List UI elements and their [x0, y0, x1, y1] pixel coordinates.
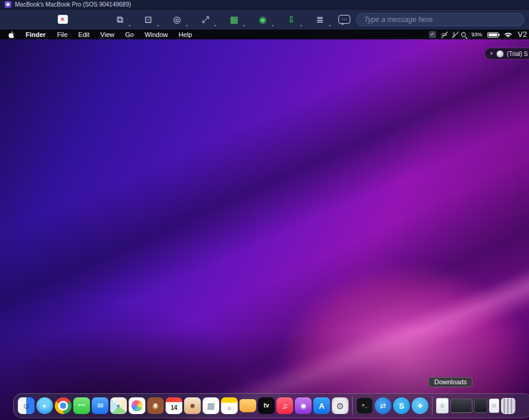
status-badge-icon[interactable]: ✓ [429, 31, 436, 38]
dropdown-caret-icon[interactable]: ▾ [300, 24, 302, 27]
trial-label: (Trial) S [507, 51, 528, 57]
bluetooth-off-icon[interactable]: ᛒ [452, 32, 456, 38]
menu-item-edit[interactable]: Edit [73, 31, 95, 38]
mail-icon[interactable]: ✉ [92, 397, 108, 414]
v2-logo: V2 [518, 30, 527, 39]
switch-monitor-icon[interactable]: ⧉ ▾ [110, 12, 130, 27]
calendar-icon[interactable]: 14 [166, 397, 182, 414]
toolbar-icons: × ▾ ⧉ ▾ ⊡ ▾ ◎ ▾ ⤢ [52, 12, 338, 27]
maps-icon[interactable]: ➤ [110, 397, 127, 414]
music-icon[interactable]: ♫ [276, 397, 293, 414]
apple-menu-icon[interactable] [0, 31, 20, 39]
contacts-icon[interactable]: ☻ [184, 397, 201, 414]
record-session-icon[interactable]: ◉ ▾ [253, 12, 273, 27]
fullscreen-icon[interactable]: ⤢ ▾ [195, 12, 216, 27]
document-stack-icon[interactable]: ▤ [489, 399, 499, 413]
dropdown-caret-icon[interactable]: ▾ [329, 24, 331, 27]
photos-icon[interactable] [129, 397, 145, 414]
dock-separator [352, 396, 353, 415]
launchpad-icon[interactable]: ▦ [203, 397, 219, 414]
finder-icon[interactable]: ☺ [18, 397, 35, 414]
session-tab-bar: MacBook's MacBook Pro (SOS 904149689) [0, 0, 529, 10]
chevron-down-icon[interactable]: ∨ [490, 51, 493, 56]
wifi-icon[interactable] [504, 32, 512, 38]
session-title: MacBook's MacBook Pro (SOS 904149689) [15, 1, 131, 8]
menu-item-window[interactable]: Window [139, 31, 173, 38]
wallpaper-glow [238, 230, 529, 420]
remote-app-logo-icon [5, 1, 11, 8]
notes-icon[interactable]: ≡ [221, 397, 238, 414]
folder-icon[interactable] [239, 399, 256, 412]
dropdown-caret-icon[interactable]: ▾ [186, 24, 188, 27]
trash-icon[interactable] [501, 398, 515, 414]
minimized-window-icon[interactable] [450, 399, 472, 413]
screen-mirroring-off-icon[interactable]: ▭ [441, 32, 447, 38]
desktop-wallpaper[interactable] [0, 39, 529, 420]
desktop-area: ∨ (Trial) S Downloads ☺ ➤ [0, 39, 529, 420]
blue-plus-app-icon[interactable]: ✚ [412, 397, 428, 414]
chat-area: ⋯ [338, 13, 524, 26]
display-icon[interactable]: ⊡ ▾ [138, 12, 158, 27]
terminal-icon[interactable]: >_ [356, 397, 373, 414]
dock: ☺ ➤ [13, 393, 529, 418]
menu-item-help[interactable]: Help [173, 31, 198, 38]
macos-menu-bar: Finder File Edit View Go Window Help ✓ ▭… [0, 30, 529, 39]
trial-watermark: ∨ (Trial) S [484, 48, 529, 60]
remote-desktop-window: MacBook's MacBook Pro (SOS 904149689) × … [0, 0, 529, 420]
file-transfer-icon[interactable]: ⇩ ▾ [281, 12, 301, 27]
remote-toolbar: × ▾ ⧉ ▾ ⊡ ▾ ◎ ▾ ⤢ [0, 10, 529, 30]
photo-booth-icon[interactable]: ◉ [147, 397, 164, 414]
battery-icon[interactable] [487, 32, 499, 38]
app-store-icon[interactable]: A [313, 397, 330, 414]
dropdown-caret-icon[interactable]: ▾ [157, 24, 159, 27]
wallpaper-wave [0, 39, 529, 374]
chat-icon[interactable]: ⋯ [338, 15, 350, 24]
tv-icon[interactable]: tv [258, 397, 275, 414]
menu-items: File Edit View Go Window Help [52, 31, 198, 38]
chat-input[interactable] [356, 13, 524, 26]
menu-item-go[interactable]: Go [120, 31, 139, 38]
apps-grid-icon[interactable]: ▦ ▾ [224, 12, 244, 27]
downloads-tooltip: Downloads [428, 377, 472, 387]
dropdown-caret-icon[interactable]: ▾ [243, 24, 245, 27]
trial-logo-icon [496, 50, 504, 58]
spotlight-icon[interactable] [461, 32, 466, 37]
menu-item-view[interactable]: View [95, 31, 120, 38]
dock-files-group: ≣ [436, 398, 515, 414]
menu-bar-status: ✓ ▭ ᛒ 93% V2 [429, 30, 529, 39]
apple-logo-icon [8, 31, 15, 39]
session-settings-icon[interactable]: ≣ ▾ [310, 12, 330, 27]
view-options-icon[interactable]: ◎ ▾ [167, 12, 187, 27]
podcasts-icon[interactable]: ◉ [295, 397, 312, 414]
menu-app-name[interactable]: Finder [20, 31, 52, 38]
downloads-stack-icon[interactable]: ≣ [436, 398, 449, 413]
skype-icon[interactable]: S [393, 397, 410, 414]
safari-icon[interactable]: ➤ [36, 397, 53, 414]
remote-sync-icon[interactable]: ⇄ [375, 397, 391, 414]
dock-separator [432, 396, 432, 415]
dock-utils-group: >_ ⇄ S [356, 397, 428, 414]
dropdown-caret-icon[interactable]: ▾ [272, 24, 273, 27]
dropdown-caret-icon[interactable]: ▾ [129, 24, 130, 27]
chrome-icon[interactable] [55, 397, 71, 414]
disconnect-icon[interactable]: × ▾ [52, 12, 73, 27]
messages-icon[interactable]: ⋯ [73, 397, 90, 414]
system-preferences-icon[interactable]: ⚙ [332, 397, 348, 414]
wallpaper-wave [0, 39, 529, 420]
menu-item-file[interactable]: File [52, 31, 73, 38]
battery-fill [488, 33, 497, 36]
battery-percent: 93% [471, 32, 482, 38]
dock-apps-group: ☺ ➤ [18, 397, 348, 414]
minimized-window-icon[interactable] [474, 399, 487, 413]
dropdown-caret-icon[interactable]: ▾ [214, 24, 216, 27]
